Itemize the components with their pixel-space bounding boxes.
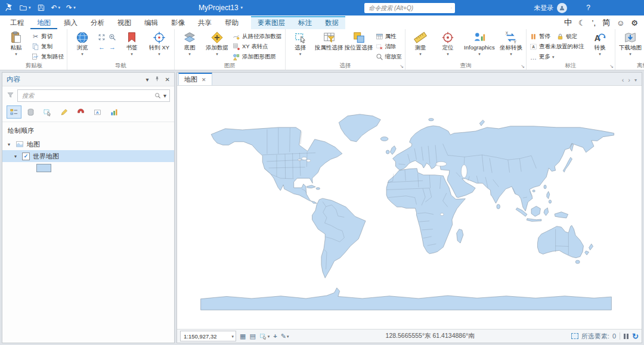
tab-scroll-left-icon[interactable]: ‹ [622,76,624,83]
sign-in-status[interactable]: 未登录 [534,4,553,13]
command-search[interactable] [364,3,455,13]
list-by-charts-button[interactable] [107,105,122,119]
pane-autohide-pin-icon[interactable] [154,76,160,83]
edit-pencil-button[interactable]: ✎▾ [281,332,289,340]
ribbon-tab-imagery[interactable]: 影像 [165,16,191,29]
search-options-chevron-icon[interactable]: ▾ [163,92,166,99]
select-button[interactable]: 选择 ▾ [287,30,314,57]
selected-features-indicator[interactable]: 所选要素: 0 [571,332,616,341]
ribbon-tab-analysis[interactable]: 分析 [84,16,111,29]
open-project-button[interactable]: ▾ [18,4,32,12]
expander-icon[interactable]: ▾ [8,142,13,147]
layout-grid-button[interactable]: ▦ [240,332,246,340]
download-map-button[interactable]: 下载地图 ▾ [617,30,643,57]
previous-extent-button[interactable]: ← [97,42,107,52]
select-by-attributes-button[interactable]: 按属性选择 [315,30,343,52]
world-map[interactable] [197,106,615,319]
more-labeling-button[interactable]: …更多▾ [528,52,586,61]
ribbon-tab-insert[interactable]: 插入 [57,16,84,29]
convert-coordinates-button[interactable]: 坐标转换 ▾ [498,30,524,57]
xy-table-to-point-button[interactable]: XY 表转点 [231,42,283,51]
pane-options-chevron-icon[interactable]: ▾ [146,76,149,83]
pane-close-icon[interactable]: ✕ [165,76,170,83]
list-by-snapping-button[interactable] [73,105,88,119]
locate-button[interactable]: 定位 ▾ [435,30,461,57]
status-select-tool-button[interactable]: ▾ [259,332,270,340]
context-tab-labeling[interactable]: 标注 [292,16,318,29]
copy-button[interactable]: 复制 [30,42,65,51]
attributes-button[interactable]: 属性 [374,32,404,41]
measure-button[interactable]: 测量 ▾ [407,30,434,57]
ime-language-button[interactable]: 中 [564,17,572,28]
infographics-button[interactable]: Infographics ▾ [462,30,497,57]
go-to-xy-button[interactable]: 转到 XY ▾ [146,30,172,57]
help-icon[interactable]: ? [586,4,590,12]
tab-scroll-right-icon[interactable]: › [628,76,630,83]
tree-item-world-map-layer[interactable]: ▾ ✓ 世界地图 [2,150,174,162]
list-by-data-source-button[interactable] [23,105,38,119]
layer-symbol-patch[interactable] [36,164,51,172]
map-canvas[interactable] [177,86,642,329]
ime-punctuation-button[interactable]: ’, [592,18,596,27]
tree-item-map[interactable]: ▾ 地图 [2,138,174,150]
add-data-button[interactable]: 添加数据 ▾ [204,30,230,57]
ime-charset-button[interactable]: 简 [602,17,610,28]
app-logo-icon[interactable] [4,2,14,13]
pause-labeling-button[interactable]: 暂停 [528,32,552,41]
tree-item-layer-symbol[interactable] [2,162,174,174]
convert-labels-button[interactable]: 转换 ▾ [587,30,613,57]
list-by-drawing-order-button[interactable] [7,105,21,119]
contents-search-input[interactable] [21,92,152,100]
contents-search-box[interactable]: ▾ [17,89,170,102]
ribbon-tab-share[interactable]: 共享 [191,16,218,29]
add-graphics-layer-button[interactable]: 添加图形图层 [231,52,283,61]
redo-button[interactable]: ↷▾ [65,4,77,11]
list-by-labeling-button[interactable] [90,105,105,119]
crosshair-button[interactable]: + [273,332,277,340]
explore-button[interactable]: 浏览 ▾ [69,30,95,57]
ime-emoji-icon[interactable]: ☺ [617,18,624,27]
filter-funnel-icon[interactable] [7,91,14,100]
ribbon-tab-map[interactable]: 地图 [30,16,57,29]
project-title[interactable]: MyProject13 ▾ [199,4,243,12]
bookmarks-button[interactable]: 书签 ▾ [119,30,145,57]
context-tab-feature-layer[interactable]: 要素图层 [251,16,292,29]
pause-drawing-button[interactable] [624,334,628,339]
list-by-editing-button[interactable] [57,105,72,119]
ribbon-tab-help[interactable]: 帮助 [218,16,245,29]
ime-settings-gear-icon[interactable]: ⚙ [631,18,638,27]
layout-rows-button[interactable]: ▤ [249,332,255,340]
ribbon-tab-edit[interactable]: 编辑 [138,16,165,29]
scale-input[interactable] [182,332,230,340]
command-search-input[interactable] [367,4,448,12]
undo-button[interactable]: ↶▾ [50,4,62,11]
full-extent-button[interactable] [97,32,107,42]
dialog-launcher-icon[interactable]: ↘ [400,64,404,69]
next-extent-button[interactable]: → [107,42,117,52]
save-button[interactable] [36,4,47,12]
view-unplaced-labels-button[interactable]: 查看未放置的标注 [528,42,586,51]
tab-list-chevron-icon[interactable]: ▾ [634,77,637,83]
copy-path-button[interactable]: 复制路径 [30,52,65,61]
ribbon-tab-project[interactable]: 工程 [4,16,30,29]
dialog-launcher-icon[interactable]: ↘ [609,64,614,69]
dialog-launcher-icon[interactable]: ↘ [521,64,525,69]
avatar[interactable] [557,3,567,13]
zoom-to-selection-button[interactable]: 缩放至 [374,52,404,61]
list-by-selection-button[interactable] [40,105,55,119]
fixed-zoom-in-button[interactable] [107,32,117,42]
scale-combo[interactable]: ▾ [180,331,236,341]
view-tab-map[interactable]: 地图 ✕ [178,73,212,85]
clear-selection-button[interactable]: 清除 [374,42,404,51]
paste-button[interactable]: 粘贴 ▾ [3,30,29,57]
ime-mode-icon[interactable]: ☾ [578,18,586,27]
lock-labels-button[interactable]: 锁定 [555,32,578,41]
expander-icon[interactable]: ▾ [14,154,19,159]
add-data-from-path-button[interactable]: 从路径添加数据 [231,32,283,41]
refresh-button[interactable]: ↻ [632,332,639,341]
select-by-location-button[interactable]: 按位置选择 [345,30,373,52]
cut-button[interactable]: ✂剪切 [30,32,65,41]
close-icon[interactable]: ✕ [202,77,206,83]
contents-pane-header[interactable]: 内容 ▾ ✕ [2,73,174,86]
context-tab-data[interactable]: 数据 [318,16,345,29]
